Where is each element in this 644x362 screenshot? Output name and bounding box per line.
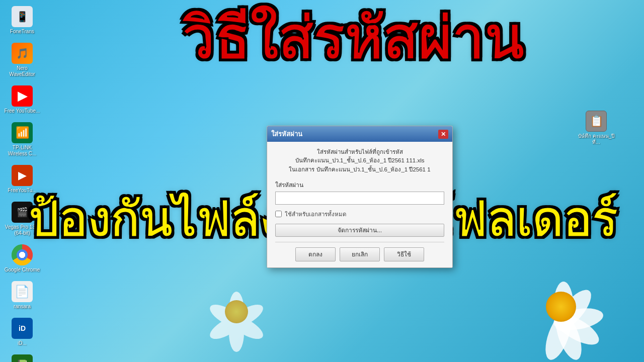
ransara-icon: 📄 [12,281,33,302]
ok-button[interactable]: ตกลง [295,247,336,261]
manage-passwords-button[interactable]: จัดการรหัสผ่าน... [275,224,444,237]
show-password-row: ใช้สำหรับเอกสารทั้งหมด [275,210,444,219]
file-icon-label: บัน์ทึก คะแนน_ปีที่... [576,133,616,145]
flower-decoration-3 [201,277,277,352]
idrive-label: iD... [18,340,27,346]
dialog-info-line1: ใส่รหัสผ่านสำหรับไฟล์ที่ถูกเข้ารหัส [275,148,444,156]
desktop-icon-chrome[interactable]: Google Chrome [2,242,42,275]
chrome-icon [12,244,33,265]
desktop-icon-tplink[interactable]: 📶 TP-LINK Wireless C... [2,120,42,159]
freeyoutube-icon: ▶ [12,165,33,186]
password-dialog: ใส่รหัสผ่าน ✕ ใส่รหัสผ่านสำหรับไฟล์ที่ถู… [267,126,453,268]
password-label: ใส่รหัสผ่าน [275,180,444,190]
desktop-icon-column: 📱 FoneTrans 🎵 Nero WaveEditor ▶ Free You… [0,0,45,362]
desktop-icon-kumutu[interactable]: 📗 คู่มือทััวลัก 2020 [2,352,42,362]
main-title: วิธีใส่รหัสผ่าน [70,10,634,68]
desktop-icon-youtube[interactable]: ▶ Free YouTube... [2,83,42,116]
cancel-button[interactable]: ยกเลิก [340,247,380,261]
help-button[interactable]: วิธีใช้ [384,247,424,261]
dialog-title: ใส่รหัสผ่าน [271,129,302,139]
flower-decoration-2 [483,241,644,362]
desktop-icon-ransara[interactable]: 📄 ransara [2,279,42,312]
desktop-icon-idrive[interactable]: iD iD... [2,316,42,348]
dialog-info-text: ใส่รหัสผ่านสำหรับไฟล์ที่ถูกเข้ารหัส บันท… [275,148,444,174]
desktop-icon-freeyoutube[interactable]: ▶ FreeYouTu... [2,163,42,196]
ransara-label: ransara [14,304,31,310]
dialog-separator [275,242,444,242]
dialog-close-button[interactable]: ✕ [438,130,448,139]
right-file-icon[interactable]: 📋 บัน์ทึก คะแนน_ปีที่... [576,111,616,145]
desktop-icon-fonetrans[interactable]: 📱 FoneTrans [2,4,42,37]
desktop-icon-nero[interactable]: 🎵 Nero WaveEditor [2,41,42,79]
idrive-icon: iD [12,318,33,339]
kumutu-icon: 📗 [12,354,33,362]
dialog-buttons: ตกลง ยกเลิก วิธีใช้ [275,247,444,261]
tplink-icon: 📶 [12,122,33,143]
nero-label: Nero WaveEditor [4,65,40,77]
tplink-label: TP-LINK Wireless C... [4,145,40,157]
show-password-label: ใช้สำหรับเอกสารทั้งหมด [285,210,346,219]
youtube-label: Free YouTube... [5,108,40,114]
chrome-label: Google Chrome [5,267,40,273]
youtube-icon: ▶ [12,85,33,107]
fonetrans-icon: 📱 [12,6,33,27]
dialog-body: ใส่รหัสผ่านสำหรับไฟล์ที่ถูกเข้ารหัส บันท… [267,142,452,267]
dialog-titlebar: ใส่รหัสผ่าน ✕ [267,126,452,142]
nero-icon: 🎵 [12,43,33,64]
password-input[interactable] [275,192,444,205]
show-password-checkbox[interactable] [275,211,282,217]
file-icon: 📋 [586,111,607,132]
dialog-info-line2: บันทึกคะแนน_ปว.1_ชั้น_ป.6_ห้อง_1 ปี2561 … [275,156,444,165]
fonetrans-label: FoneTrans [10,29,34,35]
dialog-info-line3: ในเอกสาร บันทึกคะแนน_ปว.1_ชั้น_ป.6_ห้อง_… [275,165,444,174]
